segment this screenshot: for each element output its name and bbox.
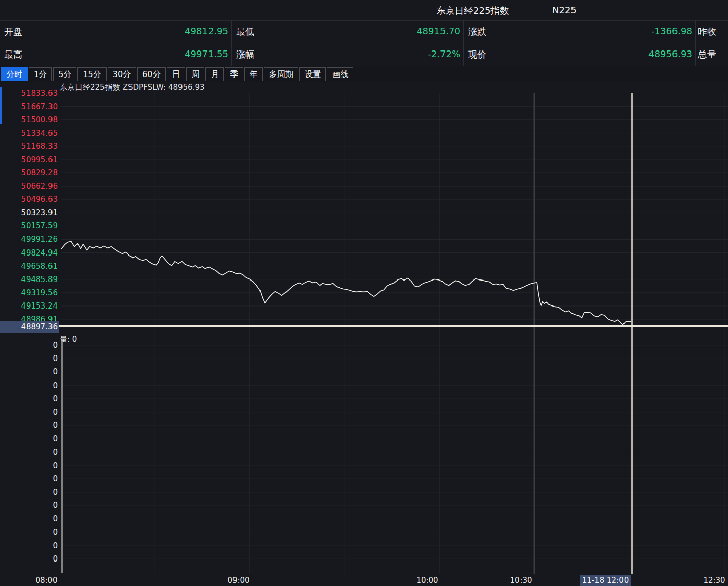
price-line (61, 241, 631, 325)
crosshair-time-tag: 11-18 12:00 (580, 575, 631, 586)
trading-app-window: 东京日经225指数 N225 开盘49812.95最低48915.70涨跌-13… (0, 0, 728, 586)
left-edge-scroll-indicator[interactable] (0, 87, 2, 124)
crosshair-price-tag: 48897.36 (0, 321, 59, 333)
price-chart-canvas[interactable] (0, 0, 728, 586)
volume-readout: 量: 0 (60, 335, 77, 344)
